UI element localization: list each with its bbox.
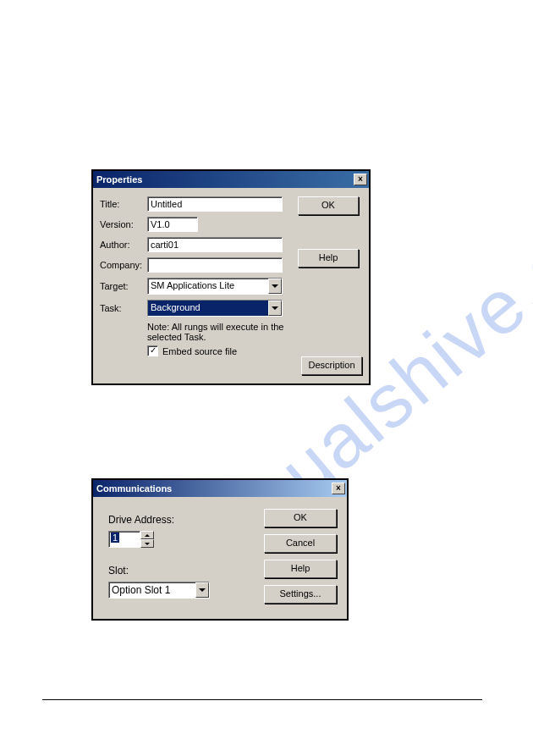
cancel-button[interactable]: Cancel — [264, 534, 337, 553]
embed-checkbox[interactable]: ✓ — [147, 345, 158, 356]
author-input[interactable] — [147, 237, 283, 252]
properties-title: Properties — [96, 174, 142, 185]
author-label: Author: — [100, 240, 147, 250]
help-button[interactable]: Help — [264, 560, 337, 578]
properties-dialog: Properties × Title: Version: Author: Com… — [91, 169, 371, 385]
page-divider — [42, 699, 482, 700]
communications-title: Communications — [96, 483, 172, 494]
chevron-down-icon[interactable] — [268, 279, 282, 294]
chevron-down-icon[interactable] — [268, 301, 282, 316]
slot-value: Option Slot 1 — [109, 582, 195, 598]
task-combo[interactable]: Background — [147, 300, 283, 317]
drive-address-spinner[interactable]: 1 — [108, 531, 239, 548]
target-value: SM Applications Lite — [148, 279, 268, 294]
task-value: Background — [148, 301, 268, 316]
communications-dialog: Communications × Drive Address: 1 Slot: … — [91, 478, 349, 621]
task-note: Note: All rungs will execute in the sele… — [147, 322, 290, 342]
target-label: Target: — [100, 281, 147, 291]
slot-label: Slot: — [108, 565, 239, 577]
target-combo[interactable]: SM Applications Lite — [147, 278, 283, 295]
help-button[interactable]: Help — [298, 249, 359, 268]
drive-address-input[interactable]: 1 — [108, 531, 140, 548]
ok-button[interactable]: OK — [264, 509, 337, 527]
version-label: Version: — [100, 219, 147, 229]
close-icon[interactable]: × — [354, 174, 367, 185]
close-icon[interactable]: × — [332, 483, 345, 494]
chevron-down-icon[interactable] — [195, 582, 209, 598]
settings-button[interactable]: Settings... — [264, 585, 337, 604]
spinner-down-icon[interactable] — [140, 539, 154, 548]
description-button[interactable]: Description — [301, 356, 362, 375]
spinner-up-icon[interactable] — [140, 531, 154, 539]
drive-address-label: Drive Address: — [108, 514, 239, 526]
title-input[interactable] — [147, 196, 283, 212]
communications-titlebar: Communications × — [93, 480, 347, 497]
task-label: Task: — [100, 303, 147, 313]
embed-label: Embed source file — [162, 346, 237, 356]
properties-titlebar: Properties × — [93, 171, 369, 188]
title-label: Title: — [100, 199, 147, 209]
company-input[interactable] — [147, 257, 283, 273]
slot-combo[interactable]: Option Slot 1 — [108, 582, 210, 599]
company-label: Company: — [100, 260, 147, 270]
version-input[interactable] — [147, 217, 198, 232]
ok-button[interactable]: OK — [298, 196, 359, 215]
